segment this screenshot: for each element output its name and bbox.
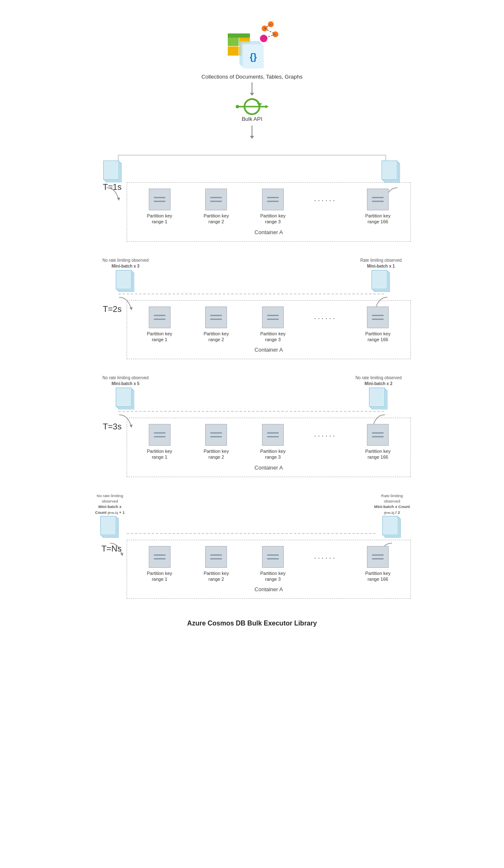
t3-dots: ...... <box>311 430 340 439</box>
tN-left-info: No rate limiting observedMini-batch x Co… <box>93 493 127 515</box>
tN-partitions: Partition keyrange 1 Partition keyrange … <box>131 546 406 582</box>
t1-partition-2: Partition keyrange 2 <box>197 189 235 225</box>
t3-top-connector <box>93 409 411 414</box>
t1-dots: ...... <box>311 194 340 203</box>
t3-left-info: No rate limiting observedMini-batch x 5 <box>102 375 149 387</box>
t1-row: T=1s Partition keyrange 1 Partition keyr… <box>93 161 411 242</box>
t1-container-label: Container A <box>131 229 406 235</box>
t2-partition-2: Partition keyrange 2 <box>197 306 235 343</box>
svg-marker-24 <box>117 197 120 201</box>
svg-marker-32 <box>120 553 123 556</box>
svg-point-20 <box>236 105 239 108</box>
tN-left-arrow <box>106 541 127 558</box>
tN-partition-1: Partition keyrange 1 <box>141 546 178 582</box>
t2-right-info: Rate limiting observedMini-batch x 1 <box>360 258 402 269</box>
t2-partition-1: Partition keyrange 1 <box>141 306 178 343</box>
top-icons-section: {} Collections of Documents, Tables, Gra… <box>201 17 303 140</box>
t2-left-info: No rate limiting observedMini-batch x 3 <box>102 258 149 269</box>
tN-partition-166: Partition keyrange 166 <box>359 546 397 582</box>
collections-label: Collections of Documents, Tables, Graphs <box>201 74 303 80</box>
t1-partition-3: Partition keyrange 3 <box>254 189 292 225</box>
t1-partitions: Partition keyrange 1 Partition keyrange … <box>131 189 406 225</box>
tN-partition-2: Partition keyrange 2 <box>197 546 235 582</box>
t3-partition-2: Partition keyrange 2 <box>197 424 235 460</box>
t1-left-batch-icon <box>103 161 122 183</box>
tN-top-connector <box>93 531 411 536</box>
t2-top-connector <box>93 292 411 296</box>
t3-right-batch-icon <box>369 388 388 410</box>
t3-container-label: Container A <box>131 465 406 471</box>
svg-marker-19 <box>265 105 269 108</box>
t3-partition-1: Partition keyrange 1 <box>141 424 178 460</box>
t3-left-batch-icon <box>116 388 135 410</box>
arrow-bulk-to-t1 <box>248 125 256 139</box>
t3-row: No rate limiting observedMini-batch x 5 … <box>93 376 411 477</box>
t2-partition-166: Partition keyrange 166 <box>359 306 397 343</box>
tN-row: No rate limiting observedMini-batch x Co… <box>93 494 411 599</box>
t1-top-connector <box>93 149 411 161</box>
svg-text:{}: {} <box>249 51 257 62</box>
t3-partitions: Partition keyrange 1 Partition keyrange … <box>131 424 406 460</box>
t1-partition-166: Partition keyrange 166 <box>359 189 397 225</box>
t2-container-label: Container A <box>131 347 406 353</box>
t2-left-batch-icon <box>116 270 135 293</box>
t2-right-batch-icon <box>372 270 391 293</box>
bulk-api-label: Bulk API <box>242 116 262 122</box>
t2-partitions: Partition keyrange 1 Partition keyrange … <box>131 306 406 343</box>
t3-right-info: No rate limiting observedMini-batch x 2 <box>355 375 402 387</box>
t1-left-arrow <box>102 186 123 202</box>
t2-partition-3: Partition keyrange 3 <box>254 306 292 343</box>
tN-right-info: Rate limiting observedMini-batch x Count… <box>373 493 411 515</box>
svg-rect-2 <box>228 46 239 56</box>
svg-rect-4 <box>228 33 250 38</box>
section-t2: No rate limiting observedMini-batch x 3 … <box>85 258 419 360</box>
t3-partition-3: Partition keyrange 3 <box>254 424 292 460</box>
tN-dots: ...... <box>311 552 340 561</box>
footer-title: Azure Cosmos DB Bulk Executor Library <box>187 620 317 627</box>
section-tN: No rate limiting observedMini-batch x Co… <box>85 494 419 599</box>
t2-row: No rate limiting observedMini-batch x 3 … <box>93 258 411 360</box>
azure-collections-icon: {} <box>219 17 285 71</box>
tN-partition-3: Partition keyrange 3 <box>254 546 292 582</box>
bulk-api-icon <box>235 97 269 116</box>
t3-partition-166: Partition keyrange 166 <box>359 424 397 460</box>
t1-right-batch-icon <box>382 161 401 183</box>
t1-partition-1: Partition keyrange 1 <box>141 189 178 225</box>
svg-rect-0 <box>228 37 239 46</box>
section-t1: T=1s Partition keyrange 1 Partition keyr… <box>85 149 419 242</box>
tN-container-label: Container A <box>131 586 406 592</box>
t2-dots: ...... <box>311 312 340 321</box>
section-t3: No rate limiting observedMini-batch x 5 … <box>85 376 419 477</box>
arrow-collections-to-bulk <box>248 82 256 96</box>
